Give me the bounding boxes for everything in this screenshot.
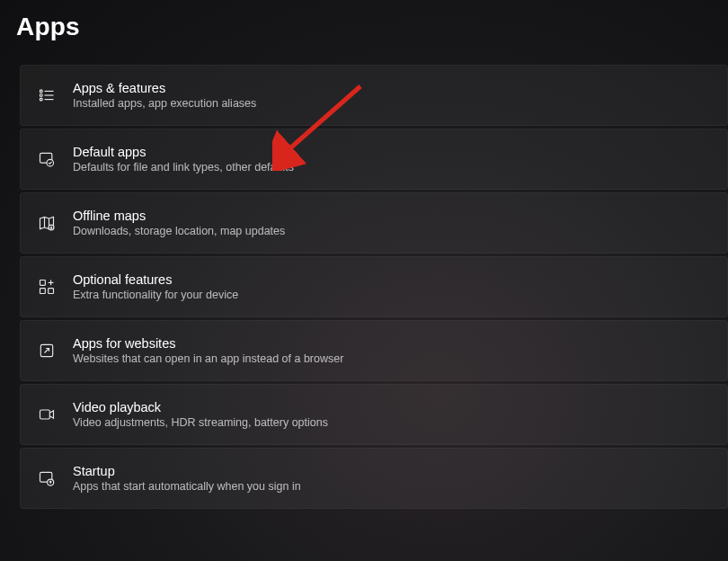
svg-rect-17 <box>40 410 50 419</box>
card-subtitle: Video adjustments, HDR streaming, batter… <box>73 416 328 429</box>
svg-rect-0 <box>40 90 43 93</box>
card-default-apps[interactable]: Default apps Defaults for file and link … <box>20 129 728 190</box>
page-title: Apps <box>0 0 728 41</box>
card-title: Offline maps <box>73 209 285 223</box>
svg-rect-13 <box>49 289 54 294</box>
default-apps-icon <box>37 149 57 169</box>
card-text: Apps & features Installed apps, app exec… <box>73 81 256 110</box>
startup-icon <box>37 468 57 488</box>
card-subtitle: Defaults for file and link types, other … <box>73 161 294 174</box>
list-icon <box>37 85 57 105</box>
svg-rect-11 <box>40 280 46 286</box>
card-title: Default apps <box>73 145 294 159</box>
card-title: Apps for websites <box>73 336 343 351</box>
svg-rect-4 <box>40 98 43 101</box>
svg-rect-2 <box>40 94 43 97</box>
video-icon <box>37 405 57 424</box>
card-offline-maps[interactable]: Offline maps Downloads, storage location… <box>20 192 728 254</box>
card-text: Offline maps Downloads, storage location… <box>73 209 285 237</box>
card-text: Apps for websites Websites that can open… <box>73 336 343 365</box>
card-subtitle: Downloads, storage location, map updates <box>73 225 285 237</box>
card-title: Video playback <box>73 400 328 414</box>
card-optional-features[interactable]: Optional features Extra functionality fo… <box>20 256 728 317</box>
svg-rect-12 <box>40 289 46 294</box>
map-icon <box>37 213 57 233</box>
card-subtitle: Extra functionality for your device <box>73 289 238 301</box>
card-text: Startup Apps that start automatically wh… <box>73 464 301 493</box>
optional-features-icon <box>37 277 57 297</box>
card-subtitle: Installed apps, app execution aliases <box>73 97 256 110</box>
card-subtitle: Apps that start automatically when you s… <box>73 480 301 493</box>
card-subtitle: Websites that can open in an app instead… <box>73 352 343 365</box>
card-title: Startup <box>73 464 301 478</box>
card-text: Video playback Video adjustments, HDR st… <box>73 400 328 429</box>
card-startup[interactable]: Startup Apps that start automatically wh… <box>20 448 728 509</box>
card-video-playback[interactable]: Video playback Video adjustments, HDR st… <box>20 384 728 445</box>
open-external-icon <box>37 341 57 361</box>
apps-settings-list: Apps & features Installed apps, app exec… <box>0 65 728 509</box>
card-title: Optional features <box>73 272 238 287</box>
card-apps-and-features[interactable]: Apps & features Installed apps, app exec… <box>20 65 728 126</box>
card-text: Default apps Defaults for file and link … <box>73 145 294 174</box>
card-title: Apps & features <box>73 81 256 95</box>
card-apps-for-websites[interactable]: Apps for websites Websites that can open… <box>20 320 728 381</box>
card-text: Optional features Extra functionality fo… <box>73 272 238 301</box>
